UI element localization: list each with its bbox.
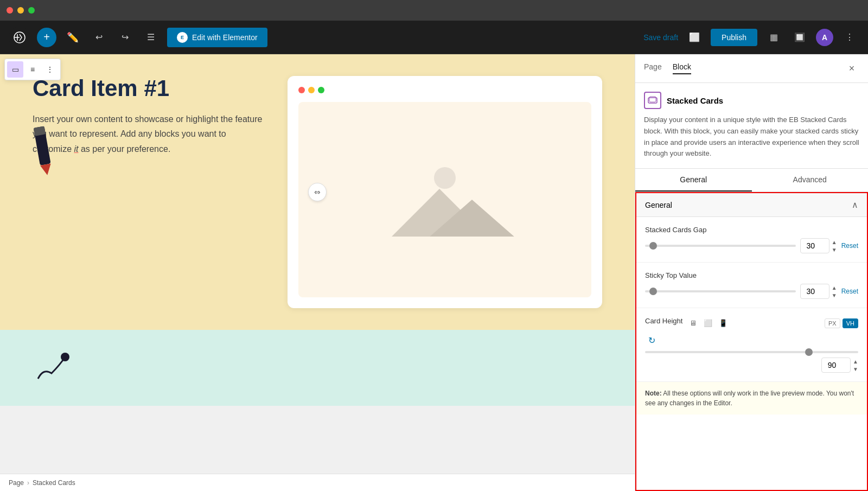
- block-name: Stacked Cards: [667, 96, 723, 105]
- breadcrumb-separator: ›: [27, 479, 29, 487]
- list-icon: ☰: [147, 32, 155, 42]
- block-layout-button[interactable]: ▭: [7, 61, 23, 78]
- sticky-top-input[interactable]: [800, 284, 829, 299]
- sticky-top-row: ▲ ▼ Reset: [645, 284, 858, 299]
- save-draft-button[interactable]: Save draft: [643, 33, 678, 42]
- preview-icon-button[interactable]: ⬜: [685, 28, 704, 47]
- mountain-svg: [374, 145, 515, 254]
- card-height-input[interactable]: [821, 358, 851, 373]
- stacked-cards-gap-reset[interactable]: Reset: [841, 242, 858, 250]
- card-height-label: Card Height: [645, 317, 682, 325]
- stacked-cards-gap-slider[interactable]: [645, 245, 796, 247]
- elementor-icon: E: [177, 32, 188, 43]
- main-layout: ▭ ≡ ⋮ Card Item #1: [0, 54, 868, 491]
- card-height-control: Card Height 🖥 ⬜ 📱 PX VH: [636, 308, 867, 382]
- block-more-icon: ⋮: [46, 65, 54, 74]
- card-height-mobile-icon[interactable]: 📱: [717, 317, 729, 329]
- breadcrumb-page[interactable]: Page: [9, 479, 24, 487]
- save-template-icon: 🔲: [794, 32, 805, 42]
- tab-page[interactable]: Page: [644, 62, 662, 74]
- tab-block[interactable]: Block: [673, 62, 691, 74]
- avatar[interactable]: A: [816, 29, 833, 46]
- sticky-top-label: Sticky Top Value: [645, 271, 858, 279]
- svg-rect-7: [374, 237, 515, 254]
- card-height-desktop-icon[interactable]: 🖥: [687, 317, 699, 329]
- panel-tabs: Page Block: [644, 62, 691, 74]
- drag-handle[interactable]: ⇔: [308, 183, 327, 201]
- dot-green: [318, 87, 324, 93]
- panel-close-button[interactable]: ×: [844, 61, 859, 76]
- edit-elementor-button[interactable]: E Edit with Elementor: [167, 28, 267, 47]
- sticky-top-slider[interactable]: [645, 290, 796, 292]
- card-height-refresh-button[interactable]: ↻: [645, 334, 658, 347]
- edit-elementor-label: Edit with Elementor: [192, 33, 258, 42]
- breadcrumb: Page › Stacked Cards: [0, 474, 635, 491]
- height-decrement-button[interactable]: ▼: [853, 365, 858, 373]
- general-section-header[interactable]: General ∧: [636, 193, 867, 217]
- save-template-button[interactable]: 🔲: [790, 28, 809, 47]
- block-align-button[interactable]: ≡: [24, 61, 41, 78]
- svg-marker-2: [40, 163, 53, 176]
- card2-decoration: [33, 346, 76, 390]
- undo-button[interactable]: ↩: [89, 28, 108, 47]
- block-view-button[interactable]: ▦: [764, 28, 783, 47]
- more-options-button[interactable]: ⋮: [840, 28, 859, 47]
- redo-button[interactable]: ↪: [115, 28, 135, 47]
- card-height-tablet-icon[interactable]: ⬜: [702, 317, 714, 329]
- wp-logo[interactable]: [9, 27, 30, 48]
- sticky-top-control: Sticky Top Value ▲ ▼ Reset: [636, 263, 867, 308]
- stacked-cards-gap-control: Stacked Cards Gap ▲ ▼ Reset: [636, 217, 867, 263]
- block-more-button[interactable]: ⋮: [42, 61, 58, 78]
- pencil-icon: ✏️: [67, 31, 79, 43]
- block-view-icon: ▦: [770, 32, 778, 42]
- canvas-area: ▭ ≡ ⋮ Card Item #1: [0, 54, 635, 491]
- stacked-cards-gap-row: ▲ ▼ Reset: [645, 238, 858, 253]
- unit-buttons: PX VH: [825, 318, 858, 328]
- pen-icon-area: [22, 119, 87, 187]
- unit-vh-button[interactable]: VH: [843, 318, 858, 328]
- sticky-top-reset[interactable]: Reset: [841, 288, 858, 295]
- unit-px-button[interactable]: PX: [825, 318, 840, 328]
- publish-button[interactable]: Publish: [711, 29, 757, 46]
- list-view-button[interactable]: ☰: [141, 28, 161, 47]
- slider-thumb-height[interactable]: [805, 348, 813, 356]
- dot-red: [298, 87, 305, 93]
- gap-decrement-button[interactable]: ▼: [832, 246, 837, 253]
- traffic-light-yellow[interactable]: [17, 7, 24, 14]
- note-text: Note: All these options will only work i…: [645, 388, 858, 408]
- height-increment-button[interactable]: ▲: [853, 358, 858, 365]
- pencil-button[interactable]: ✏️: [63, 28, 82, 47]
- card-height-header: Card Height 🖥 ⬜ 📱 PX VH: [645, 317, 858, 329]
- card-height-refresh-row: ↻: [645, 334, 858, 347]
- block-description: Display your content in a unique style w…: [644, 114, 859, 160]
- image-placeholder: [298, 102, 591, 297]
- stacked-cards-gap-input[interactable]: [800, 238, 829, 253]
- drag-handle-icon: ⇔: [314, 188, 321, 196]
- card-height-units-row: PX VH: [825, 318, 858, 328]
- image-card-dots: [298, 87, 591, 93]
- sticky-top-value-row: ▲ ▼: [800, 284, 837, 299]
- svg-point-4: [434, 167, 456, 189]
- stacked-cards-icon: [648, 95, 658, 105]
- card-height-slider[interactable]: [645, 351, 858, 353]
- card-title: Card Item #1: [33, 76, 266, 101]
- settings-tabs: General Advanced: [635, 169, 868, 192]
- general-section-title: General: [645, 201, 672, 209]
- image-card: [288, 76, 602, 308]
- top-toolbar: + ✏️ ↩ ↪ ☰ E Edit with Elementor Save dr…: [0, 21, 868, 54]
- add-block-button[interactable]: +: [37, 28, 56, 47]
- preview-icon: ⬜: [689, 32, 700, 42]
- sticky-decrement-button[interactable]: ▼: [832, 291, 837, 299]
- slider-thumb-sticky[interactable]: [649, 288, 657, 295]
- more-options-icon: ⋮: [845, 32, 854, 42]
- gap-increment-button[interactable]: ▲: [832, 238, 837, 246]
- block-layout-icon: ▭: [12, 65, 19, 74]
- traffic-light-red[interactable]: [7, 7, 13, 14]
- stacked-cards-gap-spinners: ▲ ▼: [832, 238, 837, 253]
- traffic-light-green[interactable]: [28, 7, 35, 14]
- slider-thumb-gap[interactable]: [649, 242, 657, 250]
- titlebar: [0, 0, 868, 21]
- sticky-increment-button[interactable]: ▲: [832, 284, 837, 291]
- tab-advanced[interactable]: Advanced: [752, 169, 869, 192]
- tab-general[interactable]: General: [635, 169, 752, 192]
